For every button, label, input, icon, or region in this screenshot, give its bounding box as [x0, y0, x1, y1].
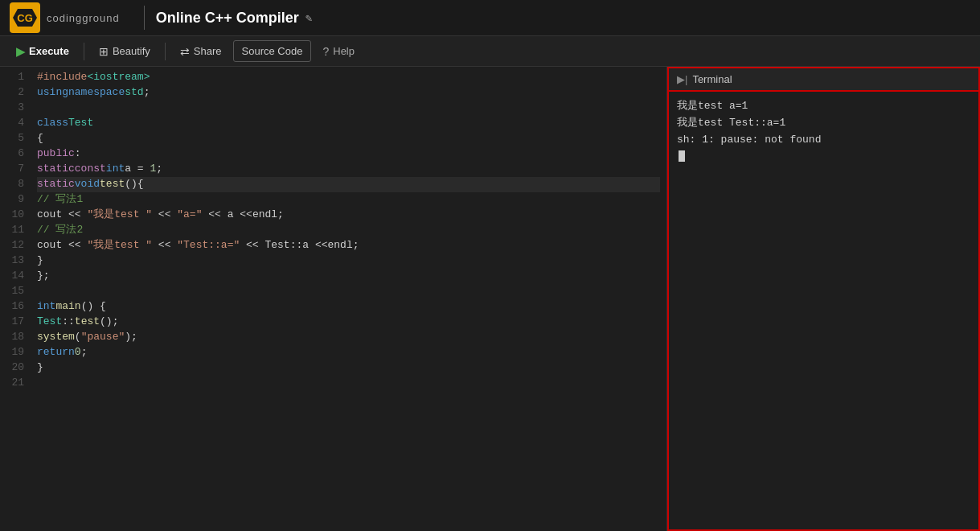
code-line: using namespace std; [37, 85, 660, 101]
help-label: Help [333, 45, 355, 57]
code-line: cout << "我是test " << "Test::a=" << Test:… [37, 238, 660, 253]
code-line: { [37, 131, 660, 146]
terminal-icon: ▶| [677, 73, 687, 85]
code-editor[interactable]: 123456789101112131415161718192021 #inclu… [0, 67, 666, 531]
beautify-icon: ⊞ [99, 45, 109, 58]
code-line [37, 101, 660, 116]
help-icon: ? [322, 45, 329, 58]
code-content[interactable]: #include <iostream>using namespace std; … [31, 67, 666, 531]
code-line: static const int a = 1; [37, 162, 660, 177]
execute-button[interactable]: ▶ Execute [8, 41, 77, 62]
terminal-output-line: 我是test a=1 [677, 98, 970, 115]
code-line: #include <iostream> [37, 70, 660, 85]
terminal-output-line: 我是test Test::a=1 [677, 115, 970, 132]
code-line: Test::test(); [37, 315, 660, 330]
toolbar: ▶ Execute ⊞ Beautify ⇄ Share Source Code… [0, 36, 980, 67]
code-line: return 0; [37, 345, 660, 360]
terminal-panel: ▶| Terminal 我是test a=1我是test Test::a=1sh… [666, 67, 980, 531]
code-line: // 写法1 [37, 192, 660, 208]
main-area: 123456789101112131415161718192021 #inclu… [0, 67, 980, 531]
share-icon: ⇄ [180, 45, 190, 58]
code-line: } [37, 360, 660, 376]
terminal-output-line: sh: 1: pause: not found [677, 132, 970, 149]
share-button[interactable]: ⇄ Share [172, 41, 230, 62]
terminal-title: Terminal [692, 73, 732, 85]
code-line: public: [37, 146, 660, 162]
app-header: CG codingground Online C++ Compiler ✎ [0, 0, 980, 36]
terminal-body: 我是test a=1我是test Test::a=1sh: 1: pause: … [667, 92, 980, 531]
header-divider [144, 6, 145, 30]
edit-icon[interactable]: ✎ [305, 11, 312, 25]
code-line: // 写法2 [37, 223, 660, 238]
code-line: }; [37, 269, 660, 284]
code-line: int main() { [37, 299, 660, 315]
toolbar-separator-2 [165, 43, 166, 60]
code-line: static void test(){ [37, 177, 660, 192]
execute-icon: ▶ [16, 45, 25, 58]
site-name: codingground [47, 12, 120, 24]
logo-icon: CG [10, 2, 40, 33]
terminal-cursor-line [677, 148, 970, 165]
beautify-button[interactable]: ⊞ Beautify [91, 41, 158, 62]
code-line [37, 284, 660, 299]
code-line: system("pause"); [37, 330, 660, 345]
help-button[interactable]: ? Help [314, 41, 363, 62]
terminal-cursor [679, 150, 685, 162]
toolbar-separator [84, 43, 84, 60]
share-label: Share [194, 45, 222, 57]
svg-text:CG: CG [17, 12, 33, 24]
code-line: cout << "我是test " << "a=" << a <<endl; [37, 208, 660, 223]
page-title-area: Online C++ Compiler ✎ [156, 10, 312, 27]
code-line: } [37, 253, 660, 269]
code-line: class Test [37, 116, 660, 131]
terminal-header: ▶| Terminal [667, 67, 980, 92]
beautify-label: Beautify [113, 45, 150, 57]
logo-area: CG codingground [10, 2, 120, 33]
execute-label: Execute [29, 45, 69, 57]
page-title: Online C++ Compiler [156, 10, 299, 27]
code-line [37, 376, 660, 391]
line-numbers: 123456789101112131415161718192021 [0, 67, 31, 391]
source-code-label: Source Code [242, 45, 303, 57]
source-code-button[interactable]: Source Code [233, 40, 312, 62]
